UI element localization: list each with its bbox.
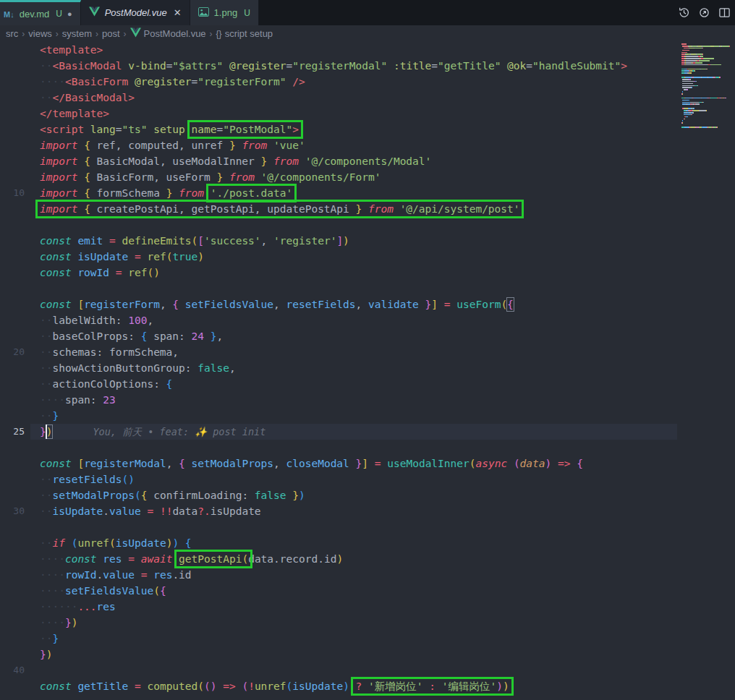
code-line[interactable]: </template> xyxy=(40,106,627,121)
code-line[interactable]: ··schemas: formSchema, xyxy=(40,344,627,360)
code-editor[interactable]: 1020253040 <template>··<BasicModal v-bin… xyxy=(0,42,735,700)
tab-1.png[interactable]: 1.pngU xyxy=(190,0,259,25)
minimap-line xyxy=(681,108,734,109)
code-line[interactable]: import { ref, computed, unref } from 'vu… xyxy=(40,137,627,153)
minimap-line xyxy=(681,62,734,64)
minimap-line xyxy=(681,110,734,111)
tab-dev.md[interactable]: M↓dev.mdU● xyxy=(0,0,81,25)
close-icon[interactable]: ✕ xyxy=(174,7,182,18)
tab-PostModel.vue[interactable]: PostModel.vue✕ xyxy=(81,0,190,25)
code-line[interactable]: const [registerForm, { setFieldsValue, r… xyxy=(40,296,627,312)
breadcrumb-separator: › xyxy=(54,29,60,39)
code-line[interactable]: import { BasicModal, useModalInner } fro… xyxy=(40,153,627,169)
code-line[interactable]: ····}) xyxy=(40,615,627,631)
minimap-line xyxy=(681,83,734,85)
minimap-line xyxy=(681,43,734,45)
split-editor-icon[interactable] xyxy=(718,7,731,20)
code-line[interactable]: const [registerModal, { setModalProps, c… xyxy=(40,456,627,471)
breadcrumb-item-views[interactable]: views xyxy=(28,28,52,39)
code-line[interactable]: ··} xyxy=(40,408,627,424)
minimap-line xyxy=(681,95,734,97)
code-line[interactable]: ······...res xyxy=(40,599,627,615)
git-blame-annotation: You, 前天 • feat: ✨ post init xyxy=(93,426,265,438)
minimap-line xyxy=(681,64,734,66)
breadcrumb-item-system[interactable]: system xyxy=(62,28,92,39)
code-line[interactable] xyxy=(40,440,627,456)
minimap-line xyxy=(681,106,734,107)
minimap-line xyxy=(681,93,734,95)
code-line[interactable] xyxy=(40,519,627,535)
minimap-line xyxy=(681,58,734,59)
annotation-box xyxy=(35,200,524,218)
code-line[interactable]: ··showActionButtonGroup: false, xyxy=(40,360,627,376)
minimap[interactable] xyxy=(681,43,734,129)
code-line[interactable]: <template> xyxy=(40,42,627,58)
code-line[interactable]: ····const res = await getPostApi(data.re… xyxy=(40,551,627,567)
code-line[interactable]: ··isUpdate.value = !!data?.isUpdate xyxy=(40,503,627,519)
tab-label: dev.md xyxy=(20,9,50,20)
tab-label: PostModel.vue xyxy=(105,7,167,18)
minimap-line xyxy=(681,60,734,61)
minimap-line xyxy=(681,77,734,78)
minimap-line xyxy=(681,87,734,88)
breadcrumb: src›views›system›post›PostModel.vue›{}sc… xyxy=(0,25,735,42)
code-line[interactable]: ··resetFields() xyxy=(40,471,627,487)
breadcrumb-separator: › xyxy=(208,29,214,39)
code-line[interactable]: ··<BasicModal v-bind="$attrs" @register=… xyxy=(40,58,627,74)
minimap-line xyxy=(681,122,734,124)
code-line[interactable]: ··setModalProps({ confirmLoading: false … xyxy=(40,487,627,503)
breadcrumb-label: views xyxy=(28,28,52,39)
image-icon xyxy=(198,7,209,19)
code-line[interactable]: import { formSchema } from './post.data' xyxy=(40,185,627,201)
code-line[interactable]: ··} xyxy=(40,631,627,646)
code-line[interactable]: })You, 前天 • feat: ✨ post init xyxy=(40,424,627,440)
code-line[interactable]: const rowId = ref() xyxy=(40,265,627,281)
code-line[interactable]: ····rowId.value = res.id xyxy=(40,567,627,583)
code-line[interactable]: const getTitle = computed(() => (!unref(… xyxy=(40,678,627,694)
bracket-match-highlight xyxy=(506,297,514,312)
breadcrumb-item-script-setup[interactable]: {}script setup xyxy=(216,28,273,39)
code-line[interactable]: <script lang="ts" setup name="PostModal"… xyxy=(40,121,627,137)
code-line[interactable]: ··actionColOptions: { xyxy=(40,376,627,392)
git-status-badge: U xyxy=(244,8,250,18)
open-timeline-icon[interactable] xyxy=(697,7,710,20)
code-line[interactable] xyxy=(40,662,627,678)
code-line[interactable]: ··labelWidth: 100, xyxy=(40,312,627,328)
minimap-line xyxy=(681,120,734,121)
tab-label: 1.png xyxy=(214,7,238,18)
code-line[interactable]: ··baseColProps: { span: 24 }, xyxy=(40,328,627,344)
editor-actions xyxy=(259,0,735,25)
code-line[interactable]: ··</BasicModal> xyxy=(40,90,627,106)
tab-bar: M↓dev.mdU●PostModel.vue✕1.pngU xyxy=(0,0,735,25)
code-line[interactable]: }) xyxy=(40,646,627,662)
markdown-icon: M↓ xyxy=(8,9,14,20)
code-line[interactable]: ····span: 23 xyxy=(40,392,627,408)
minimap-line xyxy=(681,50,734,51)
line-number: 30 xyxy=(0,503,25,519)
breadcrumb-item-PostModel.vue[interactable]: PostModel.vue xyxy=(130,27,206,40)
minimap-line xyxy=(681,52,734,54)
code-layer: <template>··<BasicModal v-bind="$attrs" … xyxy=(40,42,627,694)
code-line[interactable]: import { BasicForm, useForm } from '@/co… xyxy=(40,169,627,185)
history-icon[interactable] xyxy=(677,7,690,20)
breadcrumb-label: system xyxy=(62,28,92,39)
code-line[interactable] xyxy=(40,281,627,296)
minimap-line xyxy=(681,116,734,118)
breadcrumb-label: post xyxy=(102,28,120,39)
minimap-line xyxy=(681,124,734,126)
breadcrumb-label: PostModel.vue xyxy=(144,28,206,39)
code-line[interactable]: ····setFieldsValue({ xyxy=(40,583,627,599)
minimap-line xyxy=(681,69,734,70)
annotation-box xyxy=(351,677,513,696)
code-line[interactable]: ····<BasicForm @register="registerForm" … xyxy=(40,74,627,90)
code-line[interactable]: const isUpdate = ref(true) xyxy=(40,249,627,265)
breadcrumb-item-post[interactable]: post xyxy=(102,28,120,39)
minimap-line xyxy=(681,54,734,55)
minimap-line xyxy=(681,100,734,101)
code-line[interactable]: const emit = defineEmits(['success', 're… xyxy=(40,233,627,249)
code-line[interactable]: ··if (unref(isUpdate)) { xyxy=(40,535,627,551)
line-number: 20 xyxy=(0,344,25,360)
line-number: 40 xyxy=(0,662,25,678)
breadcrumb-item-src[interactable]: src xyxy=(6,28,18,39)
code-line[interactable] xyxy=(40,217,627,233)
